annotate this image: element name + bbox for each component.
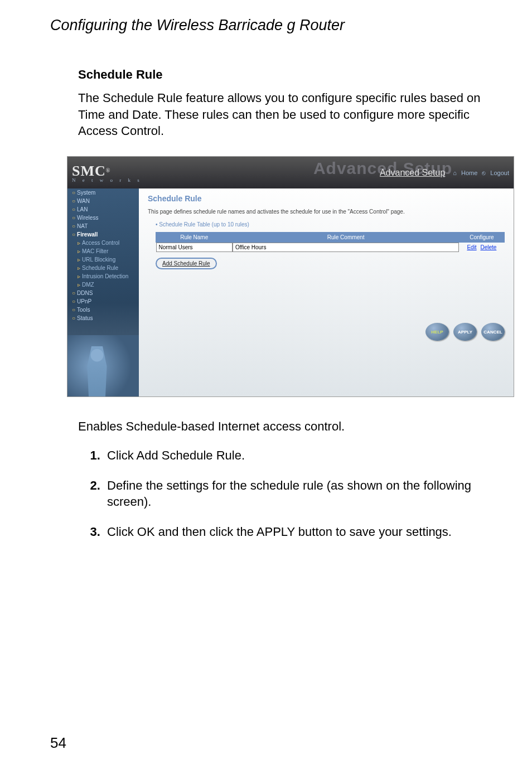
doc-title: Configuring the Wireless Barricade g Rou… xyxy=(50,17,499,34)
sidebar-item-lan[interactable]: ○LAN xyxy=(67,205,139,214)
sidebar-item-nat[interactable]: ○NAT xyxy=(67,222,139,230)
content-description: This page defines schedule rule names an… xyxy=(148,209,505,215)
step-2: Define the settings for the schedule rul… xyxy=(104,477,499,510)
sidebar-sub-url-blocking[interactable]: ▹URL Blocking xyxy=(67,255,139,264)
sidebar-item-upnp[interactable]: ○UPnP xyxy=(67,297,139,306)
arrow-icon: ▹ xyxy=(78,248,80,254)
nav-logout[interactable]: Logout xyxy=(490,170,509,176)
sidebar-item-wan[interactable]: ○WAN xyxy=(67,197,139,205)
bullet-icon: ○ xyxy=(72,290,75,296)
nav-home[interactable]: Home xyxy=(461,170,477,176)
cancel-button[interactable]: CANCEL xyxy=(481,323,505,341)
bullet-icon: ○ xyxy=(72,298,75,304)
content-panel: Schedule Rule This page defines schedule… xyxy=(139,188,514,396)
table-caption: • Schedule Rule Table (up to 10 rules) xyxy=(156,221,505,228)
help-button[interactable]: HELP xyxy=(425,323,449,341)
home-icon: ⌂ xyxy=(453,170,457,176)
nav-advanced-setup[interactable]: Advanced Setup xyxy=(380,168,445,178)
bullet-icon: ○ xyxy=(72,215,75,221)
rule-comment-input[interactable] xyxy=(233,243,459,252)
table-header-row: Rule Name Rule Comment Configure xyxy=(156,233,505,243)
logo-sub: N e t w o r k s xyxy=(72,177,142,183)
sidebar-item-tools[interactable]: ○Tools xyxy=(67,306,139,314)
bullet-icon: ○ xyxy=(72,198,75,204)
arrow-icon: ▹ xyxy=(78,273,80,279)
delete-link[interactable]: Delete xyxy=(480,244,496,250)
header-nav: Advanced Setup ⌂ Home ⎋ Logout xyxy=(380,168,509,178)
sidebar-item-status[interactable]: ○Status xyxy=(67,314,139,322)
edit-link[interactable]: Edit xyxy=(467,244,476,250)
bullet-icon: ○ xyxy=(72,315,75,321)
col-rule-comment: Rule Comment xyxy=(233,233,459,243)
section-heading: Schedule Rule xyxy=(78,67,499,82)
add-schedule-rule-button[interactable]: Add Schedule Rule xyxy=(156,258,217,269)
sidebar-sub-intrusion-detection[interactable]: ▹Intrusion Detection xyxy=(67,272,139,280)
sidebar-item-wireless[interactable]: ○Wireless xyxy=(67,214,139,222)
step-1: Click Add Schedule Rule. xyxy=(104,447,499,464)
sidebar-sub-schedule-rule[interactable]: ▹Schedule Rule xyxy=(67,264,139,272)
col-rule-name: Rule Name xyxy=(156,233,233,243)
sidebar-item-system[interactable]: ○System xyxy=(67,188,139,197)
arrow-icon: ▹ xyxy=(78,240,80,246)
sidebar-item-ddns[interactable]: ○DDNS xyxy=(67,289,139,297)
sidebar-item-firewall[interactable]: ○Firewall xyxy=(67,230,139,239)
arrow-icon: ▹ xyxy=(78,265,80,271)
content-title: Schedule Rule xyxy=(148,194,505,203)
page-number: 54 xyxy=(50,734,66,752)
rule-name-input[interactable] xyxy=(156,243,233,252)
bullet-icon: ○ xyxy=(72,223,75,229)
brand-logo: SMC® N e t w o r k s xyxy=(72,163,142,183)
enable-description: Enables Schedule-based Internet access c… xyxy=(78,419,499,434)
logout-icon: ⎋ xyxy=(482,170,486,176)
step-3: Click OK and then click the APPLY button… xyxy=(104,524,499,540)
window-header: SMC® N e t w o r k s Advanced Setup Adva… xyxy=(67,157,514,188)
arrow-icon: ▹ xyxy=(78,282,80,288)
sidebar-sub-dmz[interactable]: ▹DMZ xyxy=(67,280,139,289)
logo-main: SMC xyxy=(72,163,106,179)
steps-list: Click Add Schedule Rule. Define the sett… xyxy=(78,447,499,540)
sidebar-decoration xyxy=(67,335,139,396)
bullet-icon: ○ xyxy=(72,190,75,196)
arrow-icon: ▹ xyxy=(78,257,80,263)
schedule-rule-table: Rule Name Rule Comment Configure Edit De… xyxy=(156,232,505,252)
action-button-row: HELP APPLY CANCEL xyxy=(425,323,505,341)
screenshot-window: SMC® N e t w o r k s Advanced Setup Adva… xyxy=(67,156,514,397)
col-configure: Configure xyxy=(459,233,504,243)
bullet-icon: ○ xyxy=(72,307,75,313)
bullet-icon: ○ xyxy=(72,231,75,238)
sidebar: ○System ○WAN ○LAN ○Wireless ○NAT ○Firewa… xyxy=(67,188,139,396)
apply-button[interactable]: APPLY xyxy=(453,323,477,341)
sidebar-sub-mac-filter[interactable]: ▹MAC Filter xyxy=(67,247,139,255)
bullet-icon: ○ xyxy=(72,206,75,212)
logo-reg: ® xyxy=(106,167,110,173)
table-row: Edit Delete xyxy=(156,243,505,253)
intro-paragraph: The Schedule Rule feature allows you to … xyxy=(78,90,499,139)
sidebar-sub-access-control[interactable]: ▹Access Control xyxy=(67,239,139,247)
